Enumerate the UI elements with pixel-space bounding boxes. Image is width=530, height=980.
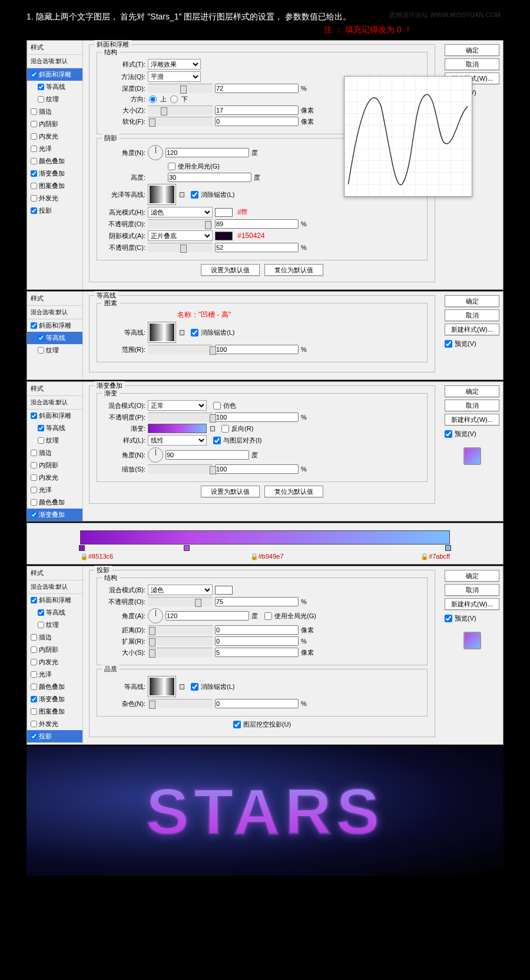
ds-blend-select[interactable]: 滤色 [148, 585, 213, 595]
dither-checkbox[interactable] [213, 402, 221, 410]
hl-op-slider[interactable] [148, 219, 213, 229]
cancel-button[interactable]: 取消 [445, 584, 499, 596]
scale-input[interactable] [215, 464, 299, 474]
size-slider[interactable] [148, 105, 213, 115]
method-select[interactable]: 平滑 [148, 71, 201, 82]
global-light-checkbox[interactable] [168, 163, 175, 170]
sidebar-item-contour[interactable]: 等高线 [27, 332, 82, 344]
gradient-stop-1[interactable] [79, 545, 85, 551]
range-slider[interactable] [148, 345, 213, 354]
chevron-down-icon[interactable] [180, 684, 184, 689]
sh-op-input[interactable] [215, 243, 299, 252]
ds-size-slider[interactable] [148, 648, 213, 657]
sidebar-item-outer-glow[interactable]: 外发光 [27, 192, 82, 204]
cancel-button[interactable]: 取消 [445, 58, 499, 70]
ds-opacity-input[interactable] [215, 597, 299, 606]
gradient-bar[interactable] [80, 530, 450, 545]
sidebar-item-texture[interactable]: 纹理 [27, 344, 82, 357]
sidebar-item-inner-shadow[interactable]: 内阴影 [27, 118, 82, 130]
sidebar-item-drop-shadow[interactable]: 投影 [27, 204, 82, 217]
sidebar-item-gradient-overlay[interactable]: 渐变叠加 [27, 167, 82, 180]
hl-color-swatch[interactable] [215, 208, 233, 217]
new-style-button[interactable]: 新建样式(W)... [445, 324, 499, 335]
angle-input[interactable] [165, 450, 249, 460]
style-select[interactable]: 浮雕效果 [148, 59, 201, 70]
sh-color-swatch[interactable] [215, 232, 233, 240]
sidebar-item-drop-shadow[interactable]: 投影 [27, 730, 82, 743]
sh-op-slider[interactable] [148, 243, 213, 252]
new-style-button[interactable]: 新建样式(W)... [445, 414, 499, 425]
gloss-contour-swatch[interactable] [148, 184, 176, 205]
align-checkbox[interactable] [213, 437, 221, 444]
ds-angle-input[interactable] [165, 611, 249, 621]
ok-button[interactable]: 确定 [445, 44, 499, 56]
opacity-slider[interactable] [148, 413, 213, 422]
make-default-button[interactable]: 设置为默认值 [201, 486, 260, 497]
cancel-button[interactable]: 取消 [445, 400, 499, 411]
chevron-down-icon[interactable] [180, 330, 184, 335]
ds-contour-swatch[interactable] [148, 676, 176, 697]
sidebar-item-pattern-overlay[interactable]: 图案叠加 [27, 180, 82, 192]
sidebar-item-inner-glow[interactable]: 内发光 [27, 130, 82, 143]
sidebar-item-gradient-overlay[interactable]: 渐变叠加 [27, 509, 82, 521]
dir-up-radio[interactable] [149, 95, 157, 103]
sidebar-item-bevel[interactable]: 斜面和浮雕 [27, 319, 82, 332]
aa-checkbox[interactable] [191, 329, 198, 336]
reset-default-button[interactable]: 复位为默认值 [264, 264, 323, 276]
ok-button[interactable]: 确定 [445, 295, 499, 307]
ds-dist-slider[interactable] [148, 625, 213, 635]
soften-slider[interactable] [148, 117, 213, 126]
ds-aa-checkbox[interactable] [191, 683, 198, 691]
sh-mode-select[interactable]: 正片叠底 [148, 230, 213, 241]
make-default-button[interactable]: 设置为默认值 [201, 264, 260, 276]
range-input[interactable] [215, 345, 299, 354]
sidebar-item-stroke[interactable]: 描边 [27, 105, 82, 118]
gradient-stop-2[interactable] [184, 545, 190, 551]
gradient-stop-3[interactable] [445, 545, 451, 551]
cancel-button[interactable]: 取消 [445, 309, 499, 321]
ds-size-input[interactable] [215, 648, 299, 657]
sidebar-item-texture[interactable]: 纹理 [27, 93, 82, 105]
ds-spread-input[interactable] [215, 636, 299, 646]
dir-down-radio[interactable] [170, 95, 178, 103]
opacity-input[interactable] [215, 413, 299, 422]
size-input[interactable] [215, 105, 299, 115]
hl-mode-select[interactable]: 滤色 [148, 207, 213, 217]
ds-angle-dial[interactable] [148, 608, 163, 623]
contour-swatch[interactable] [148, 322, 176, 343]
sidebar-item-contour[interactable]: 等高线 [27, 81, 82, 93]
ds-noise-slider[interactable] [148, 699, 213, 708]
blend-select[interactable]: 正常 [148, 400, 207, 411]
altitude-input[interactable] [168, 173, 251, 182]
sidebar-item-bevel[interactable]: 斜面和浮雕 [27, 68, 82, 81]
sidebar-item-color-overlay[interactable]: 颜色叠加 [27, 155, 82, 167]
hl-op-input[interactable] [215, 219, 299, 229]
depth-input[interactable] [215, 84, 299, 93]
sidebar-item-satin[interactable]: 光泽 [27, 143, 82, 155]
blend-options[interactable]: 混合选项:默认 [27, 55, 82, 68]
soften-input[interactable] [215, 117, 299, 126]
angle-input[interactable] [165, 148, 249, 157]
chevron-down-icon[interactable] [210, 426, 215, 431]
reset-default-button[interactable]: 复位为默认值 [264, 486, 323, 497]
new-style-button[interactable]: 新建样式(W)... [445, 598, 499, 610]
gradient-swatch[interactable] [148, 424, 207, 433]
chevron-down-icon[interactable] [180, 192, 184, 197]
grad-style-select[interactable]: 线性 [148, 435, 207, 446]
ds-spread-slider[interactable] [148, 636, 213, 646]
knockout-checkbox[interactable] [233, 721, 241, 728]
ok-button[interactable]: 确定 [445, 570, 499, 582]
aa-checkbox[interactable] [191, 191, 198, 199]
size-label: 大小(Z): [104, 106, 145, 115]
ds-noise-input[interactable] [215, 699, 299, 708]
ds-global-checkbox[interactable] [264, 612, 272, 620]
ds-color-swatch[interactable] [215, 586, 233, 595]
ds-dist-input[interactable] [215, 625, 299, 635]
ok-button[interactable]: 确定 [445, 385, 499, 397]
angle-dial[interactable] [148, 447, 163, 463]
ds-opacity-slider[interactable] [148, 597, 213, 606]
scale-slider[interactable] [148, 464, 213, 474]
angle-dial[interactable] [148, 145, 163, 160]
reverse-checkbox[interactable] [221, 425, 229, 433]
depth-slider[interactable] [148, 84, 213, 93]
